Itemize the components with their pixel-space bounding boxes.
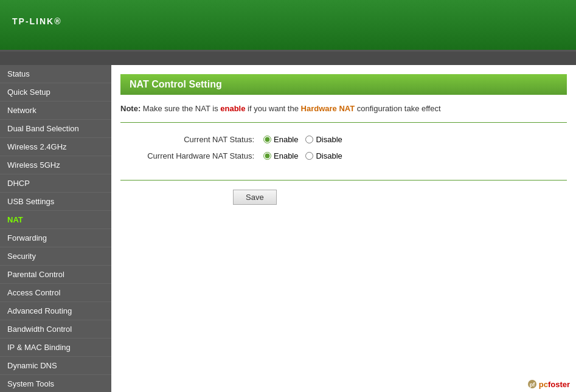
- divider-bottom: [120, 180, 567, 181]
- sidebar-item-dhcp[interactable]: DHCP: [0, 174, 111, 193]
- nat-enable-label: Enable: [274, 135, 298, 144]
- sidebar-item-wireless-5[interactable]: Wireless 5GHz: [0, 156, 111, 174]
- page-title: NAT Control Setting: [120, 74, 567, 95]
- hw-nat-enable-option[interactable]: Enable: [263, 151, 298, 160]
- sidebar-item-bandwidth-control[interactable]: Bandwidth Control: [0, 320, 111, 339]
- nat-status-row: Current NAT Status: Enable Disable: [120, 135, 567, 144]
- hw-nat-disable-radio[interactable]: [305, 152, 313, 160]
- sidebar-item-dynamic-dns[interactable]: Dynamic DNS: [0, 357, 111, 375]
- nat-status-radio-group: Enable Disable: [263, 135, 342, 144]
- nat-disable-label: Disable: [316, 135, 342, 144]
- sidebar-item-parental-control[interactable]: Parental Control: [0, 266, 111, 284]
- note-text: Make sure the NAT is: [143, 104, 218, 113]
- sidebar-item-network[interactable]: Network: [0, 101, 111, 120]
- footer-brand-text: pc: [539, 380, 548, 389]
- sidebar-item-access-control[interactable]: Access Control: [0, 284, 111, 302]
- hw-nat-enable-radio[interactable]: [263, 152, 271, 160]
- nat-disable-radio[interactable]: [305, 136, 313, 143]
- divider-top: [120, 122, 567, 123]
- sidebar: StatusQuick SetupNetworkDual Band Select…: [0, 65, 111, 392]
- note-end: configuration take effect: [357, 104, 441, 113]
- hardware-nat-row: Current Hardware NAT Status: Enable Disa…: [120, 151, 567, 160]
- footer: pf pcfoster: [527, 379, 570, 389]
- sidebar-item-ip-mac-binding[interactable]: IP & MAC Binding: [0, 339, 111, 357]
- hardware-nat-label: Current Hardware NAT Status:: [120, 151, 254, 160]
- hardware-nat-radio-group: Enable Disable: [263, 151, 342, 160]
- sidebar-item-usb-settings[interactable]: USB Settings: [0, 193, 111, 211]
- note-bar: Note: Make sure the NAT is enable if you…: [111, 101, 576, 119]
- content-area: NAT Control Setting Note: Make sure the …: [111, 65, 576, 392]
- nat-enable-radio[interactable]: [263, 136, 271, 143]
- nav-bar: [0, 52, 576, 65]
- note-label: Note:: [120, 104, 141, 113]
- header: TP-LINK®: [0, 0, 576, 52]
- hw-nat-enable-label: Enable: [274, 151, 298, 160]
- logo: TP-LINK®: [12, 12, 62, 38]
- sidebar-item-nat[interactable]: NAT: [0, 211, 111, 229]
- save-section: Save: [111, 184, 576, 214]
- save-button[interactable]: Save: [233, 190, 277, 205]
- sidebar-item-forwarding[interactable]: Forwarding: [0, 229, 111, 247]
- sidebar-item-advanced-routing[interactable]: Advanced Routing: [0, 302, 111, 320]
- sidebar-item-status[interactable]: Status: [0, 65, 111, 83]
- form-section: Current NAT Status: Enable Disable Curre…: [111, 126, 576, 177]
- footer-brand2-text: foster: [548, 380, 570, 389]
- sidebar-item-wireless-24[interactable]: Wireless 2.4GHz: [0, 138, 111, 156]
- hw-nat-disable-label: Disable: [316, 151, 342, 160]
- sidebar-item-dual-band[interactable]: Dual Band Selection: [0, 120, 111, 138]
- svg-text:pf: pf: [529, 382, 535, 388]
- logo-text: TP-LINK: [12, 16, 54, 26]
- note-enable: enable: [220, 104, 245, 113]
- nat-disable-option[interactable]: Disable: [305, 135, 342, 144]
- sidebar-item-quick-setup[interactable]: Quick Setup: [0, 83, 111, 101]
- logo-tm: ®: [54, 16, 61, 26]
- hw-nat-disable-option[interactable]: Disable: [305, 151, 342, 160]
- main-layout: StatusQuick SetupNetworkDual Band Select…: [0, 65, 576, 392]
- footer-brand: pcfoster: [539, 380, 570, 389]
- note-middle: if you want the: [248, 104, 299, 113]
- sidebar-item-system-tools[interactable]: System Tools: [0, 375, 111, 392]
- pf-icon: pf: [527, 379, 537, 389]
- nat-status-label: Current NAT Status:: [120, 135, 254, 144]
- note-hardware: Hardware NAT: [301, 104, 355, 113]
- nat-enable-option[interactable]: Enable: [263, 135, 298, 144]
- sidebar-item-security[interactable]: Security: [0, 247, 111, 266]
